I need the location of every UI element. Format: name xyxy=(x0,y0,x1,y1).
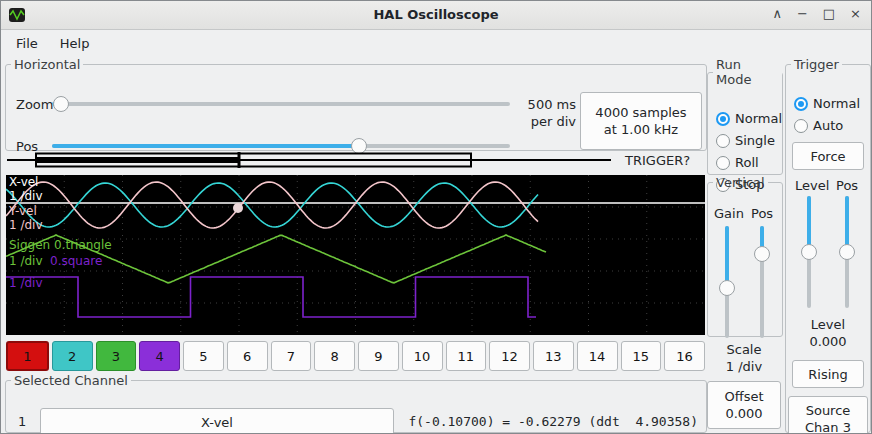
group-trigger: Trigger Normal Auto Force Level Pos Leve… xyxy=(785,57,871,433)
zoom-slider-track xyxy=(52,102,510,106)
maximize-button[interactable]: □ xyxy=(823,6,835,21)
trigger-level-readout: Level 0.000 xyxy=(786,316,870,350)
channel-button-3[interactable]: 3 xyxy=(96,341,137,371)
runmode-roll-radio[interactable]: Roll xyxy=(716,155,759,170)
zoom-slider[interactable] xyxy=(52,95,510,113)
group-trigger-title: Trigger xyxy=(791,57,842,72)
offset-button[interactable]: Offset 0.000 xyxy=(707,381,781,429)
application-window: HAL Oscilloscope ∧ − □ × File Help Horiz… xyxy=(0,0,872,434)
group-run-mode: Run Mode Normal Single Roll Stop xyxy=(707,57,783,175)
trigger-source-button[interactable]: Source Chan 3 xyxy=(788,396,868,434)
shade-button[interactable]: ∧ xyxy=(772,6,782,21)
vertical-pos-slider-handle[interactable] xyxy=(754,246,770,262)
radio-icon xyxy=(794,119,808,133)
channel-button-4[interactable]: 4 xyxy=(139,341,180,371)
channel-button-11[interactable]: 11 xyxy=(446,341,487,371)
radio-icon xyxy=(716,112,730,126)
menu-bar: File Help xyxy=(1,30,871,56)
channel-button-10[interactable]: 10 xyxy=(402,341,443,371)
scope-waveforms xyxy=(6,175,705,335)
channel-button-12[interactable]: 12 xyxy=(489,341,530,371)
scope-display: X-vel1 /divY-vel1 /divSiggen 0.triangle1… xyxy=(6,175,705,335)
scale-value: 1 /div xyxy=(707,358,781,375)
radio-icon xyxy=(794,97,808,111)
minimize-button[interactable]: − xyxy=(797,6,808,21)
channel-button-13[interactable]: 13 xyxy=(533,341,574,371)
group-selected-channel: Selected Channel 1 X-vel f(-0.10700) = -… xyxy=(5,373,707,433)
group-selected-channel-title: Selected Channel xyxy=(11,373,131,388)
group-vertical: Vertical Gain Pos xyxy=(707,175,783,337)
channel-button-1[interactable]: 1 xyxy=(6,341,49,371)
vertical-pos-slider[interactable] xyxy=(753,226,771,338)
close-button[interactable]: × xyxy=(850,6,861,21)
record-position-bar[interactable] xyxy=(7,152,611,168)
selected-channel-number: 1 xyxy=(18,414,26,429)
channel-row: 12345678910111213141516 xyxy=(6,341,705,371)
trigger-auto-radio[interactable]: Auto xyxy=(794,118,843,133)
menu-file[interactable]: File xyxy=(5,33,49,54)
radio-icon xyxy=(716,134,730,148)
menu-help[interactable]: Help xyxy=(49,33,101,54)
group-vertical-title: Vertical xyxy=(713,175,768,190)
channel-readout: f(-0.10700) = -0.62279 (ddt 4.90358) xyxy=(408,414,698,429)
runmode-single-radio[interactable]: Single xyxy=(716,133,775,148)
gain-label: Gain xyxy=(714,206,744,221)
vertical-pos-label: Pos xyxy=(751,206,773,221)
samples-button[interactable]: 4000 samples at 1.00 kHz xyxy=(580,92,702,150)
trigger-normal-radio[interactable]: Normal xyxy=(794,96,860,111)
channel-button-14[interactable]: 14 xyxy=(577,341,618,371)
window-controls: ∧ − □ × xyxy=(772,6,861,21)
pos-slider-track xyxy=(52,144,510,148)
title-bar: HAL Oscilloscope ∧ − □ × xyxy=(1,1,871,30)
scale-display: Scale 1 /div xyxy=(707,341,781,375)
trigger-status-label: TRIGGER? xyxy=(625,153,690,168)
trigger-level-label: Level xyxy=(795,178,829,193)
channel-button-5[interactable]: 5 xyxy=(183,341,224,371)
runmode-normal-radio[interactable]: Normal xyxy=(716,111,782,126)
group-run-mode-title: Run Mode xyxy=(713,57,782,87)
scale-label: Scale xyxy=(707,341,781,358)
channel-button-8[interactable]: 8 xyxy=(314,341,355,371)
trigger-pos-slider[interactable] xyxy=(838,196,856,308)
trigger-level-slider[interactable] xyxy=(800,196,818,308)
force-button[interactable]: Force xyxy=(792,142,864,170)
channel-button-9[interactable]: 9 xyxy=(358,341,399,371)
trigger-level-slider-handle[interactable] xyxy=(801,244,817,260)
vertical-pos-slider-track xyxy=(760,226,764,338)
channel-button-2[interactable]: 2 xyxy=(52,341,93,371)
channel-name-button[interactable]: X-vel xyxy=(40,408,394,434)
channel-button-15[interactable]: 15 xyxy=(621,341,662,371)
gain-slider-handle[interactable] xyxy=(719,280,735,296)
channel-button-16[interactable]: 16 xyxy=(664,341,705,371)
rate-display: 500 ms per div xyxy=(514,96,576,130)
slope-button[interactable]: Rising xyxy=(792,360,864,388)
trigger-pos-label: Pos xyxy=(836,178,858,193)
group-horizontal-title: Horizontal xyxy=(11,57,83,72)
trigger-pos-slider-handle[interactable] xyxy=(839,244,855,260)
channel-button-6[interactable]: 6 xyxy=(227,341,268,371)
radio-icon xyxy=(716,156,730,170)
zoom-slider-handle[interactable] xyxy=(53,96,69,112)
window-title: HAL Oscilloscope xyxy=(1,7,871,22)
gain-slider[interactable] xyxy=(718,226,736,338)
zoom-label: Zoom xyxy=(16,97,53,112)
group-horizontal: Horizontal Zoom 500 ms per div 4000 samp… xyxy=(5,57,707,151)
channel-button-7[interactable]: 7 xyxy=(271,341,312,371)
